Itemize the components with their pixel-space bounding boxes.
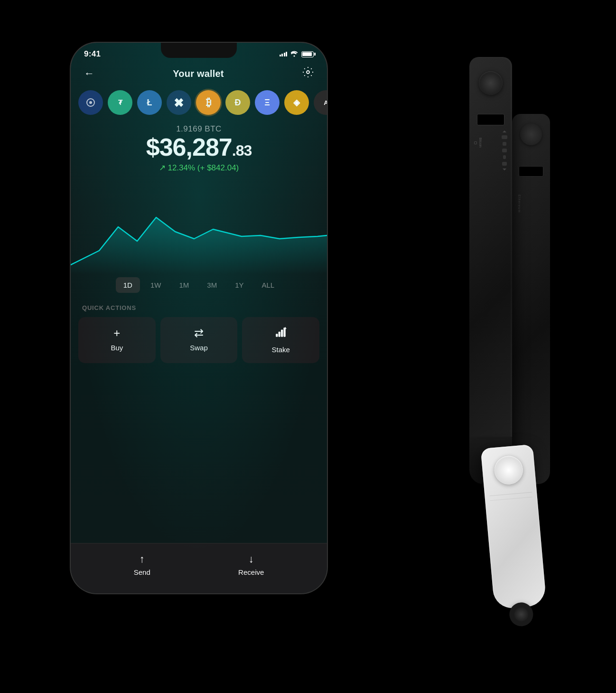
svg-rect-3 bbox=[276, 334, 278, 337]
receive-label: Receive bbox=[238, 568, 264, 576]
ledger-screen bbox=[477, 114, 504, 125]
svg-point-2 bbox=[89, 101, 92, 104]
wifi-icon bbox=[290, 50, 299, 58]
usd-cents: .83 bbox=[232, 142, 252, 159]
usd-main: $36,287 bbox=[146, 133, 232, 161]
ledger-menu-item: Bitcoin bbox=[474, 138, 482, 148]
buy-icon: + bbox=[113, 327, 120, 340]
time-filter-all[interactable]: ALL bbox=[254, 277, 282, 293]
status-time: 9:41 bbox=[84, 49, 101, 59]
coin-btc[interactable]: ₿ bbox=[196, 90, 221, 115]
quick-actions-label: QUICK ACTIONS bbox=[71, 300, 327, 317]
coin-algo[interactable]: A bbox=[314, 90, 327, 115]
buy-button[interactable]: + Buy bbox=[78, 317, 156, 363]
time-filter-1y[interactable]: 1Y bbox=[227, 277, 251, 293]
balance-section: 1.9169 BTC $36,287.83 ↗ 12.34% (+ $842.0… bbox=[71, 121, 327, 175]
coin-usdt[interactable]: ₮ bbox=[108, 90, 132, 115]
receive-button[interactable]: ↓ Receive bbox=[238, 553, 264, 576]
bottom-bar: ↑ Send ↓ Receive bbox=[71, 543, 327, 593]
swap-button[interactable]: ⇄ Swap bbox=[160, 317, 238, 363]
back-button[interactable]: ← bbox=[84, 67, 94, 80]
usd-amount: $36,287.83 bbox=[80, 134, 317, 161]
price-change: ↗ 12.34% (+ $842.04) bbox=[80, 163, 317, 173]
ledger-down-arrow bbox=[503, 169, 506, 170]
btc-amount: 1.9169 BTC bbox=[80, 124, 317, 134]
time-filter-3m[interactable]: 3M bbox=[199, 277, 224, 293]
send-button[interactable]: ↑ Send bbox=[134, 553, 150, 576]
coin-xrp[interactable] bbox=[167, 90, 191, 115]
ledger-up-arrow bbox=[503, 131, 506, 132]
time-filter-1m[interactable]: 1M bbox=[171, 277, 196, 293]
coin-bnb[interactable]: ◈ bbox=[284, 90, 309, 115]
settings-button[interactable] bbox=[302, 66, 314, 81]
ledger-nav-button bbox=[479, 71, 503, 95]
ledger-nano-x-black: Bitcoin bbox=[469, 57, 512, 484]
scene: 9:41 bbox=[47, 19, 569, 674]
stake-button[interactable]: Stake bbox=[242, 317, 319, 363]
status-icons bbox=[280, 50, 314, 58]
phone-notch bbox=[161, 43, 237, 58]
swap-icon: ⇄ bbox=[194, 327, 204, 340]
phone-screen: 9:41 bbox=[71, 43, 327, 593]
page-title: Your wallet bbox=[173, 68, 224, 79]
svg-rect-4 bbox=[278, 332, 280, 337]
ledger2-label: Ethereum bbox=[518, 195, 521, 213]
send-label: Send bbox=[134, 568, 150, 576]
ledger2-button bbox=[520, 123, 542, 145]
signal-icon bbox=[280, 52, 288, 56]
phone: 9:41 bbox=[71, 43, 327, 593]
chart-svg bbox=[71, 179, 327, 274]
battery-icon bbox=[301, 51, 314, 57]
header: ← Your wallet bbox=[71, 59, 327, 84]
buy-label: Buy bbox=[111, 344, 123, 352]
stake-icon bbox=[275, 327, 287, 342]
coin-doge[interactable]: Ð bbox=[225, 90, 250, 115]
send-icon: ↑ bbox=[140, 553, 145, 565]
coin-unknown[interactable] bbox=[78, 90, 103, 115]
stake-label: Stake bbox=[272, 346, 290, 354]
crypto-coins-row: ₮ Ł ₿ Ð Ξ ◈ A bbox=[71, 84, 327, 121]
receive-icon: ↓ bbox=[249, 553, 254, 565]
time-filter-1w[interactable]: 1W bbox=[143, 277, 169, 293]
coin-ltc[interactable]: Ł bbox=[137, 90, 162, 115]
quick-actions-grid: + Buy ⇄ Swap bbox=[71, 317, 327, 373]
time-filter-1d[interactable]: 1D bbox=[116, 277, 140, 293]
price-chart bbox=[71, 175, 327, 270]
swap-label: Swap bbox=[190, 344, 208, 352]
svg-rect-5 bbox=[281, 330, 283, 337]
svg-point-0 bbox=[307, 71, 309, 74]
ledger-white-button bbox=[493, 455, 524, 486]
coin-eth[interactable]: Ξ bbox=[255, 90, 280, 115]
